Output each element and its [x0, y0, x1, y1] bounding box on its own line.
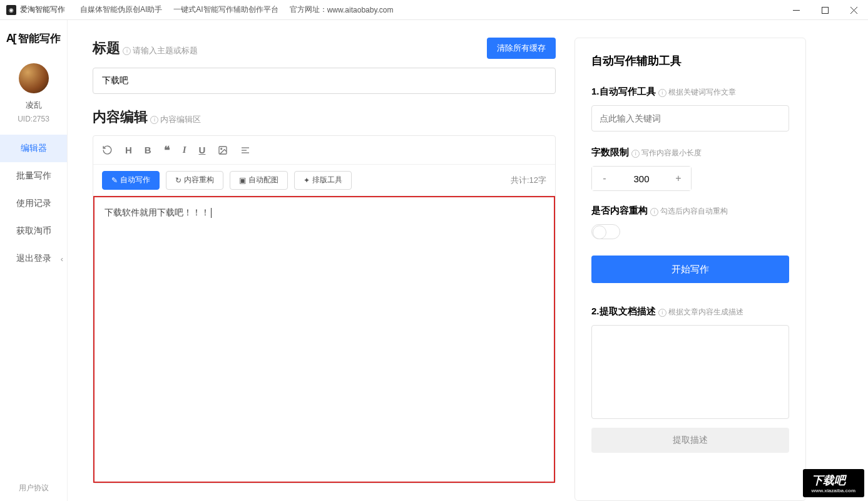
info-icon: i: [123, 47, 131, 55]
refresh-icon: ↻: [175, 176, 181, 185]
align-icon[interactable]: [240, 145, 250, 155]
tool-sec1-title: 1.自动写作工具: [591, 86, 656, 96]
start-writing-button[interactable]: 开始写作: [591, 256, 789, 283]
tools-panel-title: 自动写作辅助工具: [591, 53, 789, 68]
avatar[interactable]: [19, 63, 49, 93]
image-small-icon: ▣: [239, 176, 246, 185]
restructure-toggle[interactable]: [591, 224, 620, 239]
title-input[interactable]: [93, 68, 556, 94]
stepper-value[interactable]: 300: [617, 173, 666, 184]
chevron-left-icon: ‹: [61, 254, 63, 264]
pencil-icon: ✎: [111, 176, 118, 185]
title-label: 标题: [93, 40, 120, 56]
heading-icon[interactable]: H: [125, 145, 132, 155]
auto-image-button[interactable]: ▣自动配图: [230, 171, 288, 190]
tool-sec2-title: 2.提取文档描述: [591, 306, 656, 316]
extract-description-button[interactable]: 提取描述: [591, 428, 789, 453]
site-label: 官方网址：: [290, 4, 327, 15]
underline-icon[interactable]: U: [199, 145, 206, 155]
undo-icon[interactable]: [102, 145, 113, 155]
uid: UID:2753: [18, 115, 49, 123]
watermark: 下载吧 www.xiazaiba.com: [803, 469, 864, 497]
restructure-button[interactable]: ↻内容重构: [166, 171, 223, 190]
editor-card: H B ❝ I U ✎自动写作 ↻内容重构 ▣自动配图 ✦排版工具 共计:12字…: [93, 135, 556, 483]
info-icon: i: [150, 116, 158, 124]
image-icon[interactable]: [218, 145, 228, 155]
word-count: 共计:12字: [511, 175, 546, 186]
clear-cache-button[interactable]: 清除所有缓存: [487, 38, 556, 59]
stepper-minus[interactable]: -: [592, 167, 617, 190]
sidebar-logo: A[ 智能写作: [6, 31, 61, 46]
nav-logout[interactable]: 退出登录‹: [0, 245, 67, 272]
restructure-label: 是否内容重构: [591, 205, 648, 215]
nav-editor[interactable]: 编辑器: [0, 135, 67, 162]
word-limit-stepper: - 300 +: [591, 166, 692, 191]
auto-write-button[interactable]: ✎自动写作: [102, 171, 160, 190]
text-cursor: [211, 208, 212, 218]
svg-point-5: [221, 148, 222, 149]
site-url[interactable]: www.aitaobaby.com: [327, 6, 394, 14]
editor-body[interactable]: 下载软件就用下载吧！！！: [93, 196, 555, 483]
keyword-input[interactable]: [591, 105, 789, 132]
info-icon: i: [631, 150, 640, 158]
nav-batch[interactable]: 批量写作: [0, 162, 67, 190]
description-textarea[interactable]: [591, 325, 789, 419]
app-icon: ◉: [6, 5, 16, 15]
title-hint: 请输入主题或标题: [133, 45, 198, 56]
bold-icon[interactable]: B: [145, 145, 151, 155]
username: 凌乱: [26, 100, 42, 111]
maximize-button[interactable]: [810, 0, 839, 20]
layout-tool-button[interactable]: ✦排版工具: [294, 171, 352, 190]
wand-icon: ✦: [304, 176, 310, 185]
word-limit-label: 字数限制: [591, 147, 629, 157]
tools-panel: 自动写作辅助工具 1.自动写作工具 i根据关键词写作文章 字数限制 i写作内容最…: [574, 38, 806, 501]
info-icon: i: [658, 309, 666, 317]
slogan-1: 自媒体智能伪原创AI助手: [80, 4, 162, 15]
content-label: 内容编辑: [93, 109, 148, 125]
svg-rect-1: [822, 7, 828, 13]
sidebar: A[ 智能写作 凌乱 UID:2753 编辑器 批量写作 使用记录 获取淘币 退…: [0, 20, 68, 501]
nav-coins[interactable]: 获取淘币: [0, 217, 67, 245]
info-icon: i: [658, 89, 666, 97]
app-name: 爱淘智能写作: [20, 4, 65, 15]
info-icon: i: [650, 208, 658, 216]
nav-history[interactable]: 使用记录: [0, 190, 67, 217]
content-hint: 内容编辑区: [160, 114, 201, 125]
titlebar: ◉ 爱淘智能写作 自媒体智能伪原创AI助手 一键式AI智能写作辅助创作平台 官方…: [0, 0, 868, 20]
quote-icon[interactable]: ❝: [164, 143, 170, 157]
editor-toolbar: H B ❝ I U: [93, 136, 555, 165]
user-agreement-link[interactable]: 用户协议: [19, 483, 49, 493]
minimize-button[interactable]: [782, 0, 810, 20]
slogan-2: 一键式AI智能写作辅助创作平台: [173, 4, 278, 15]
italic-icon[interactable]: I: [183, 145, 186, 155]
close-button[interactable]: [839, 0, 868, 20]
stepper-plus[interactable]: +: [666, 167, 691, 190]
